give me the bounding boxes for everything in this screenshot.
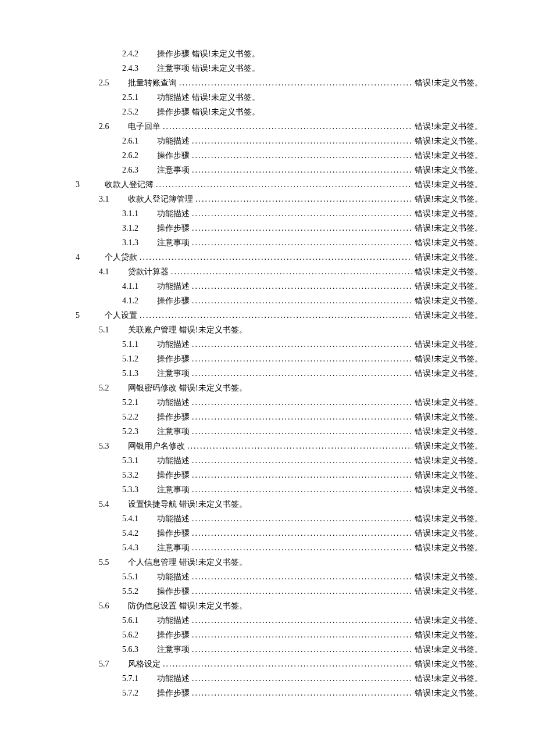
toc-title: 注意事项 bbox=[157, 482, 192, 497]
toc-page-error: 错误!未定义书签。 bbox=[179, 599, 247, 613]
toc-number: 2.5.1 bbox=[122, 90, 157, 105]
toc-leader-dots bbox=[192, 148, 412, 163]
toc-page-error: 错误!未定义书签。 bbox=[412, 439, 483, 453]
toc-title: 注意事项 bbox=[157, 235, 192, 250]
toc-entry: 5.7.1功能描述错误!未定义书签。 bbox=[52, 671, 483, 686]
toc-entry: 5.1.1功能描述错误!未定义书签。 bbox=[52, 337, 483, 352]
toc-leader-dots bbox=[140, 308, 412, 323]
toc-title: 注意事项 bbox=[157, 163, 192, 177]
toc-title: 操作步骤 bbox=[157, 293, 192, 308]
toc-number: 5.4.2 bbox=[122, 526, 157, 540]
toc-entry: 5.5.1功能描述错误!未定义书签。 bbox=[52, 569, 483, 584]
toc-entry: 5.2.1功能描述错误!未定义书签。 bbox=[52, 395, 483, 410]
toc-leader-dots bbox=[192, 613, 412, 628]
toc-number: 3.1.1 bbox=[122, 206, 157, 221]
toc-number: 4 bbox=[76, 250, 105, 264]
toc-leader-dots bbox=[192, 279, 412, 293]
toc-leader-dots bbox=[163, 657, 412, 671]
toc-number: 5.1.2 bbox=[122, 352, 157, 366]
toc-title: 批量转账查询 bbox=[128, 76, 179, 90]
toc-page-error: 错误!未定义书签。 bbox=[412, 657, 483, 671]
toc-page-error: 错误!未定义书签。 bbox=[192, 46, 260, 61]
toc-entry: 5.4.3注意事项错误!未定义书签。 bbox=[52, 540, 483, 555]
toc-title: 操作步骤 bbox=[157, 221, 192, 235]
toc-entry: 5.5个人信息管理错误!未定义书签。 bbox=[52, 555, 483, 569]
toc-page-error: 错误!未定义书签。 bbox=[179, 497, 247, 511]
toc-page-error: 错误!未定义书签。 bbox=[412, 424, 483, 439]
toc-number: 2.4.3 bbox=[122, 61, 157, 76]
toc-number: 3 bbox=[76, 177, 105, 192]
toc-number: 5.2.2 bbox=[122, 410, 157, 424]
toc-leader-dots bbox=[192, 235, 412, 250]
toc-title: 网银密码修改 bbox=[128, 381, 179, 395]
toc-number: 5.5 bbox=[99, 555, 128, 569]
toc-entry: 5.6.2操作步骤错误!未定义书签。 bbox=[52, 628, 483, 642]
toc-entry: 5.1关联账户管理错误!未定义书签。 bbox=[52, 323, 483, 337]
toc-entry: 5.5.2操作步骤错误!未定义书签。 bbox=[52, 584, 483, 599]
toc-page-error: 错误!未定义书签。 bbox=[412, 134, 483, 148]
toc-page-error: 错误!未定义书签。 bbox=[412, 148, 483, 163]
toc-title: 注意事项 bbox=[157, 61, 192, 76]
toc-number: 5.3.3 bbox=[122, 482, 157, 497]
toc-entry: 5.3网银用户名修改错误!未定义书签。 bbox=[52, 439, 483, 453]
toc-number: 5.3.2 bbox=[122, 468, 157, 482]
toc-entry: 3.1.1功能描述错误!未定义书签。 bbox=[52, 206, 483, 221]
toc-title: 设置快捷导航 bbox=[128, 497, 179, 511]
toc-leader-dots bbox=[192, 526, 412, 540]
toc-leader-dots bbox=[192, 642, 412, 657]
toc-page-error: 错误!未定义书签。 bbox=[412, 192, 483, 206]
toc-entry: 5.7.2操作步骤错误!未定义书签。 bbox=[52, 686, 483, 700]
toc-title: 操作步骤 bbox=[157, 148, 192, 163]
toc-number: 5.4 bbox=[99, 497, 128, 511]
toc-entry: 2.5.1功能描述错误!未定义书签。 bbox=[52, 90, 483, 105]
toc-title: 功能描述 bbox=[157, 206, 192, 221]
table-of-contents: 2.4.2操作步骤错误!未定义书签。2.4.3注意事项错误!未定义书签。2.5批… bbox=[52, 46, 483, 700]
toc-entry: 3.1.2操作步骤错误!未定义书签。 bbox=[52, 221, 483, 235]
toc-leader-dots bbox=[192, 671, 412, 686]
toc-page-error: 错误!未定义书签。 bbox=[179, 381, 247, 395]
toc-number: 5.1.3 bbox=[122, 366, 157, 381]
toc-number: 2.5.2 bbox=[122, 105, 157, 119]
toc-number: 5.1 bbox=[99, 323, 128, 337]
toc-page-error: 错误!未定义书签。 bbox=[412, 177, 483, 192]
toc-number: 4.1.2 bbox=[122, 293, 157, 308]
toc-page-error: 错误!未定义书签。 bbox=[412, 250, 483, 264]
toc-page-error: 错误!未定义书签。 bbox=[412, 410, 483, 424]
toc-title: 网银用户名修改 bbox=[128, 439, 187, 453]
toc-number: 2.5 bbox=[99, 76, 128, 90]
toc-entry: 5.3.1功能描述错误!未定义书签。 bbox=[52, 453, 483, 468]
toc-leader-dots bbox=[192, 628, 412, 642]
toc-title: 操作步骤 bbox=[157, 105, 192, 119]
toc-number: 5.2 bbox=[99, 381, 128, 395]
toc-page-error: 错误!未定义书签。 bbox=[412, 163, 483, 177]
toc-title: 关联账户管理 bbox=[128, 323, 179, 337]
toc-entry: 5.7风格设定错误!未定义书签。 bbox=[52, 657, 483, 671]
toc-leader-dots bbox=[192, 584, 412, 599]
toc-entry: 5.4.2操作步骤错误!未定义书签。 bbox=[52, 526, 483, 540]
toc-entry: 2.5批量转账查询错误!未定义书签。 bbox=[52, 76, 483, 90]
toc-title: 功能描述 bbox=[157, 453, 192, 468]
toc-leader-dots bbox=[192, 511, 412, 526]
toc-page-error: 错误!未定义书签。 bbox=[412, 76, 483, 90]
toc-title: 操作步骤 bbox=[157, 584, 192, 599]
toc-page-error: 错误!未定义书签。 bbox=[412, 584, 483, 599]
toc-leader-dots bbox=[192, 293, 412, 308]
toc-leader-dots bbox=[195, 192, 412, 206]
toc-leader-dots bbox=[192, 366, 412, 381]
toc-leader-dots bbox=[192, 468, 412, 482]
toc-page-error: 错误!未定义书签。 bbox=[192, 61, 260, 76]
toc-entry: 2.4.3注意事项错误!未定义书签。 bbox=[52, 61, 483, 76]
toc-entry: 5.6.3注意事项错误!未定义书签。 bbox=[52, 642, 483, 657]
toc-number: 5.5.1 bbox=[122, 569, 157, 584]
toc-page-error: 错误!未定义书签。 bbox=[412, 337, 483, 352]
toc-page-error: 错误!未定义书签。 bbox=[412, 293, 483, 308]
toc-title: 功能描述 bbox=[157, 569, 192, 584]
toc-title: 操作步骤 bbox=[157, 46, 192, 61]
toc-page-error: 错误!未定义书签。 bbox=[412, 511, 483, 526]
toc-title: 功能描述 bbox=[157, 395, 192, 410]
toc-title: 操作步骤 bbox=[157, 468, 192, 482]
toc-leader-dots bbox=[140, 250, 412, 264]
toc-title: 操作步骤 bbox=[157, 352, 192, 366]
toc-entry: 5.1.2操作步骤错误!未定义书签。 bbox=[52, 352, 483, 366]
toc-number: 2.4.2 bbox=[122, 46, 157, 61]
